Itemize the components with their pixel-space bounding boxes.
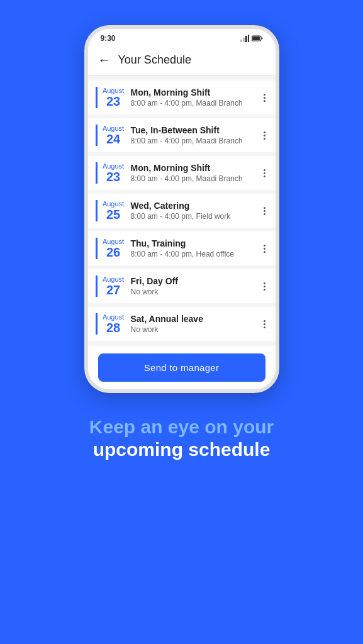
shift-info: Wed, Catering 8:00 am - 4:00 pm, Field w… (131, 201, 255, 221)
shift-detail: 8:00 am - 4:00 pm, Maadi Branch (131, 174, 255, 183)
date-month: August (103, 162, 124, 170)
shift-name: Fri, Day Off (131, 276, 255, 286)
bottom-text-section: Keep an eye on your upcoming schedule (64, 416, 299, 461)
date-day: 24 (106, 132, 120, 146)
more-options-icon[interactable] (261, 167, 268, 180)
more-options-icon[interactable] (261, 129, 268, 142)
schedule-item: August 27 Fri, Day Off No work (88, 269, 276, 303)
schedule-item: August 25 Wed, Catering 8:00 am - 4:00 p… (88, 194, 276, 228)
date-month: August (103, 275, 124, 283)
date-month: August (103, 125, 124, 132)
app-header: ← Your Schedule (88, 45, 276, 75)
schedule-item: August 26 Thu, Training 8:00 am - 4:00 p… (88, 231, 276, 265)
date-day: 28 (106, 321, 120, 335)
more-options-icon[interactable] (261, 280, 268, 293)
shift-detail: 8:00 am - 4:00 pm, Field work (131, 212, 255, 221)
page-title: Your Schedule (118, 53, 191, 67)
status-time: 9:30 (101, 34, 116, 43)
date-day: 25 (106, 208, 120, 221)
svg-rect-6 (261, 38, 262, 40)
schedule-list: August 23 Mon, Morning Shift 8:00 am - 4… (88, 75, 276, 346)
send-button-container: Send to manager (88, 346, 276, 389)
schedule-item: August 23 Mon, Morning Shift 8:00 am - 4… (88, 156, 276, 190)
send-to-manager-button[interactable]: Send to manager (98, 353, 265, 382)
shift-info: Sat, Annual leave No work (131, 314, 255, 334)
date-block: August 26 (96, 238, 125, 259)
phone-frame: 9:30 ← Your Schedule August 23 (84, 25, 279, 393)
date-block: August 27 (96, 275, 125, 297)
shift-name: Tue, In-Between Shift (131, 125, 255, 135)
date-month: August (103, 200, 124, 208)
shift-name: Mon, Morning Shift (131, 163, 255, 173)
schedule-item: August 24 Tue, In-Between Shift 8:00 am … (88, 118, 276, 152)
battery-icon (252, 35, 263, 42)
bottom-headline-white: upcoming schedule (89, 438, 274, 461)
date-month: August (103, 313, 124, 321)
date-block: August 24 (96, 125, 125, 146)
date-day: 23 (106, 94, 120, 108)
date-block: August 23 (96, 162, 125, 184)
shift-name: Wed, Catering (131, 201, 255, 211)
status-bar: 9:30 (88, 29, 276, 45)
date-block: August 28 (96, 313, 125, 335)
schedule-item: August 23 Mon, Morning Shift 8:00 am - 4… (88, 80, 276, 114)
more-options-icon[interactable] (261, 242, 268, 255)
shift-info: Fri, Day Off No work (131, 276, 255, 296)
signal-icon (240, 35, 249, 42)
schedule-item: August 28 Sat, Annual leave No work (88, 307, 276, 341)
svg-rect-2 (245, 36, 247, 42)
shift-info: Thu, Training 8:00 am - 4:00 pm, Head of… (131, 238, 255, 258)
svg-rect-1 (243, 38, 245, 42)
date-day: 26 (106, 245, 120, 259)
shift-info: Tue, In-Between Shift 8:00 am - 4:00 pm,… (131, 125, 255, 145)
back-button[interactable]: ← (98, 53, 111, 67)
shift-detail: 8:00 am - 4:00 pm, Maadi Branch (131, 136, 255, 145)
svg-rect-3 (248, 35, 249, 42)
shift-detail: 8:00 am - 4:00 pm, Maadi Branch (131, 99, 255, 108)
shift-info: Mon, Morning Shift 8:00 am - 4:00 pm, Ma… (131, 163, 255, 183)
date-day: 27 (106, 283, 120, 297)
svg-rect-0 (240, 40, 242, 42)
shift-detail: No work (131, 287, 255, 296)
shift-detail: 8:00 am - 4:00 pm, Head office (131, 250, 255, 258)
more-options-icon[interactable] (261, 318, 268, 331)
shift-name: Thu, Training (131, 238, 255, 248)
bottom-headline-blue: Keep an eye on your (89, 416, 274, 438)
more-options-icon[interactable] (261, 91, 268, 104)
shift-detail: No work (131, 325, 255, 334)
date-month: August (103, 238, 124, 245)
shift-info: Mon, Morning Shift 8:00 am - 4:00 pm, Ma… (131, 87, 255, 108)
date-day: 23 (106, 170, 120, 184)
shift-name: Mon, Morning Shift (131, 87, 255, 97)
date-block: August 25 (96, 200, 125, 221)
svg-rect-5 (252, 36, 260, 40)
date-block: August 23 (96, 87, 125, 108)
date-month: August (103, 87, 124, 94)
more-options-icon[interactable] (261, 204, 268, 218)
shift-name: Sat, Annual leave (131, 314, 255, 324)
status-icons (240, 35, 263, 42)
